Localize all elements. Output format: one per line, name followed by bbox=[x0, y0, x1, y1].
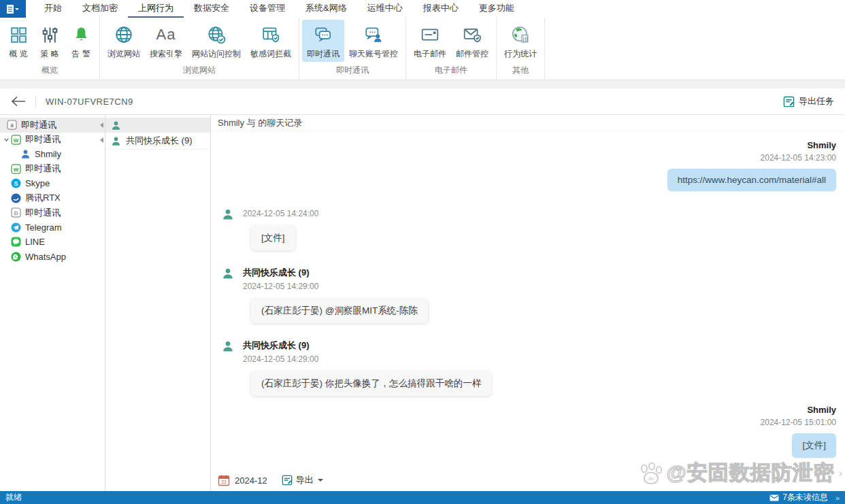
email-button[interactable]: 电子邮件 bbox=[409, 20, 451, 62]
tab-internet-behavior[interactable]: 上网行为 bbox=[128, 0, 184, 18]
contact-group-label: 共同快乐成长 (9) bbox=[126, 135, 193, 147]
sensitive-word-block-button[interactable]: 敏感词拦截 bbox=[246, 20, 296, 62]
collapse-pin-icon[interactable] bbox=[100, 137, 103, 143]
tab-more-features[interactable]: 更多功能 bbox=[469, 0, 525, 18]
globe-icon bbox=[114, 23, 133, 46]
chat-link-bubble[interactable]: https://www.heycan.com/material#all bbox=[667, 169, 836, 191]
tree-item-line[interactable]: LINE bbox=[0, 235, 105, 250]
statusbar-expander-icon[interactable]: » bbox=[835, 494, 840, 502]
mail-shield-icon bbox=[463, 23, 482, 46]
tab-start[interactable]: 开始 bbox=[34, 0, 72, 18]
group-label-browsing: 浏览网站 bbox=[103, 63, 296, 80]
im-app-icon: a bbox=[7, 120, 17, 130]
wechat-icon: W bbox=[11, 164, 21, 174]
chat-user-icon bbox=[364, 23, 383, 46]
tree-item-rtx[interactable]: 腾讯RTX bbox=[0, 191, 105, 206]
group-label-other: 其他 bbox=[499, 63, 542, 80]
im-app-d-icon: D bbox=[11, 207, 21, 218]
alert-button[interactable]: 告 警 bbox=[65, 20, 97, 62]
export-button[interactable]: 导出 bbox=[282, 474, 323, 486]
browse-websites-label: 浏览网站 bbox=[107, 48, 140, 60]
status-bar: 就绪 7条未读信息 » bbox=[0, 491, 845, 504]
email-label: 电子邮件 bbox=[414, 48, 446, 60]
message-bubble: (石家庄彭于晏) @洞察眼MIT系统-陈陈 bbox=[251, 299, 428, 323]
tree-item-skype[interactable]: S Skype bbox=[0, 176, 105, 191]
message-sender: 共同快乐成长 (9) bbox=[243, 267, 428, 279]
tree-item-label: 即时通讯 bbox=[25, 163, 61, 175]
overview-label: 概 览 bbox=[9, 48, 27, 60]
ribbon-group-email: 电子邮件 邮件管控 电子邮件 bbox=[406, 18, 497, 80]
tree-item-label: 腾讯RTX bbox=[25, 192, 61, 204]
chat-messages: Shmily 2024-12-05 14:23:00 https://www.h… bbox=[211, 131, 845, 491]
tree-item-telegram[interactable]: Telegram bbox=[0, 220, 105, 235]
svg-text:W: W bbox=[14, 137, 19, 144]
overview-button[interactable]: 概 览 bbox=[3, 20, 34, 62]
mail-control-button[interactable]: 邮件管控 bbox=[451, 20, 493, 62]
tab-ops-center[interactable]: 运维中心 bbox=[357, 0, 413, 18]
message-bubble: [文件] bbox=[792, 433, 836, 458]
tree-item-wechat2[interactable]: W 即时通讯 bbox=[0, 162, 105, 177]
tree-item-label: Shmily bbox=[35, 149, 61, 159]
tab-data-security[interactable]: 数据安全 bbox=[184, 0, 239, 18]
behavior-stats-button[interactable]: 行为统计 bbox=[499, 20, 542, 62]
tree-item-shmily[interactable]: Shmily bbox=[0, 147, 105, 162]
group-user-icon bbox=[111, 136, 121, 146]
wechat-icon: W bbox=[11, 135, 21, 145]
back-arrow-icon bbox=[11, 96, 26, 107]
svg-text:a: a bbox=[10, 122, 14, 129]
tab-device-management[interactable]: 设备管理 bbox=[239, 0, 295, 18]
device-toolbar: WIN-07UFVRE7CN9 导出任务 bbox=[0, 88, 845, 114]
contacts-user-icon bbox=[111, 120, 121, 131]
tab-system-network[interactable]: 系统&网络 bbox=[295, 0, 357, 18]
tab-report-center[interactable]: 报表中心 bbox=[413, 0, 469, 18]
chat-message: 共同快乐成长 (9) 2024-12-05 14:29:00 (石家庄彭于晏) … bbox=[211, 339, 845, 396]
tree-root-im[interactable]: a 即时通讯 bbox=[0, 118, 105, 133]
avatar-icon bbox=[222, 340, 234, 352]
chat-message: 共同快乐成长 (9) 2024-12-05 14:29:00 (石家庄彭于晏) … bbox=[211, 267, 845, 323]
ribbon-group-other: 行为统计 其他 bbox=[497, 18, 545, 80]
tree-item-label: LINE bbox=[25, 237, 45, 247]
globe-stats-icon bbox=[511, 23, 530, 46]
tree-item-whatsapp[interactable]: WhatsApp bbox=[0, 250, 105, 265]
instant-messaging-button[interactable]: 即时通讯 bbox=[302, 20, 344, 62]
month-picker[interactable]: 2024-12 bbox=[235, 475, 267, 486]
svg-text:23: 23 bbox=[221, 480, 227, 484]
contact-group-row[interactable]: 共同快乐成长 (9) bbox=[105, 133, 210, 150]
collapse-pin-icon[interactable] bbox=[100, 122, 103, 128]
message-time: 2024-12-05 14:24:00 bbox=[243, 209, 318, 218]
export-task-button[interactable]: 导出任务 bbox=[783, 95, 834, 107]
unread-messages[interactable]: 7条未读信息 bbox=[782, 492, 828, 503]
chat-panel: Shmily 与 的聊天记录 Shmily 2024-12-05 14:23:0… bbox=[211, 115, 845, 491]
mail-icon bbox=[420, 23, 440, 46]
user-icon bbox=[20, 149, 31, 159]
avatar-icon bbox=[222, 208, 234, 220]
search-engine-button[interactable]: Aa 搜索引擎 bbox=[145, 20, 187, 62]
app-menu-button[interactable] bbox=[0, 0, 26, 18]
tree-root-label: 即时通讯 bbox=[21, 119, 56, 131]
tab-doc-encryption[interactable]: 文档加密 bbox=[72, 0, 128, 18]
policy-label: 策 略 bbox=[40, 48, 59, 60]
export-label: 导出 bbox=[296, 474, 314, 486]
message-time: 2024-12-05 14:29:00 bbox=[243, 354, 491, 364]
grid-icon bbox=[10, 23, 28, 46]
back-button[interactable] bbox=[11, 96, 26, 107]
ribbon-gap-strip bbox=[0, 80, 845, 88]
policy-button[interactable]: 策 略 bbox=[34, 20, 65, 62]
website-access-control-button[interactable]: 网站访问控制 bbox=[187, 20, 246, 62]
chat-account-control-button[interactable]: 聊天账号管控 bbox=[344, 20, 403, 62]
calendar-icon[interactable]: 23 bbox=[218, 474, 230, 486]
group-label-overview: 概览 bbox=[3, 63, 97, 80]
chat-footer: 23 2024-12 导出 bbox=[218, 474, 323, 486]
chevron-down-icon[interactable] bbox=[2, 137, 10, 143]
tree-item-dingtalk[interactable]: D 即时通讯 bbox=[0, 205, 105, 220]
tree-item-label: Skype bbox=[25, 178, 50, 188]
sensitive-word-block-label: 敏感词拦截 bbox=[250, 48, 291, 60]
toolbar-divider bbox=[35, 96, 36, 107]
tree-item-label: 即时通讯 bbox=[25, 133, 61, 146]
app-window: 开始 文档加密 上网行为 数据安全 设备管理 系统&网络 运维中心 报表中心 更… bbox=[0, 0, 845, 504]
app-menu-caret-icon bbox=[15, 8, 19, 10]
bell-icon bbox=[72, 23, 90, 46]
browse-websites-button[interactable]: 浏览网站 bbox=[103, 20, 145, 62]
tree-item-label: Telegram bbox=[25, 222, 61, 233]
tree-item-wechat[interactable]: W 即时通讯 bbox=[0, 133, 105, 148]
